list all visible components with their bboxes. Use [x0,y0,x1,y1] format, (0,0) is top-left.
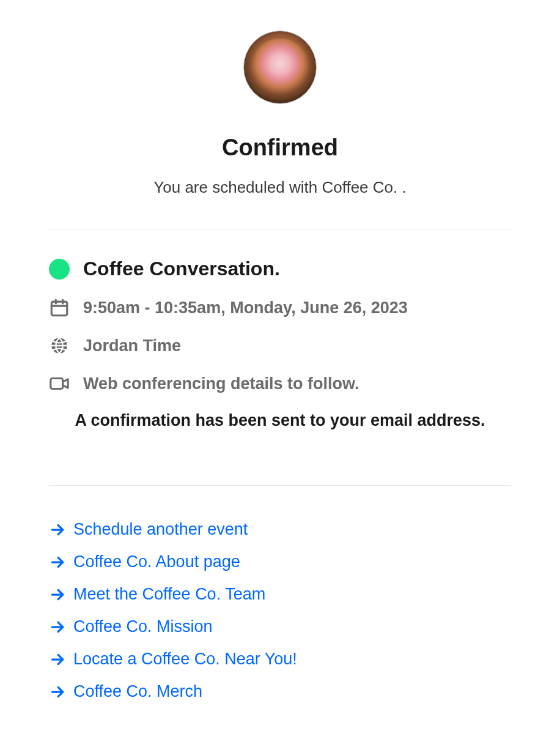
link-label: Coffee Co. Merch [73,682,202,701]
arrow-right-icon [49,651,66,668]
link-meet-team[interactable]: Meet the Coffee Co. Team [49,585,511,604]
video-icon [49,373,70,394]
event-color-dot [49,259,70,280]
link-label: Meet the Coffee Co. Team [73,585,265,604]
link-label: Locate a Coffee Co. Near You! [73,650,297,669]
link-mission[interactable]: Coffee Co. Mission [49,617,511,636]
event-timezone: Jordan Time [83,336,181,355]
arrow-right-icon [49,521,66,538]
event-location-row: Web conferencing details to follow. [49,373,511,394]
arrow-right-icon [49,554,66,571]
event-datetime: 9:50am - 10:35am, Monday, June 26, 2023 [83,299,408,317]
link-label: Schedule another event [73,520,248,539]
event-name-row: Coffee Conversation. [49,258,511,280]
event-location: Web conferencing details to follow. [83,374,359,393]
event-name: Coffee Conversation. [83,258,280,280]
arrow-right-icon [49,683,66,700]
link-locate[interactable]: Locate a Coffee Co. Near You! [49,650,511,669]
svg-rect-0 [51,302,67,316]
confirmation-message: A confirmation has been sent to your ema… [49,411,511,430]
link-label: Coffee Co. About page [73,552,240,571]
event-datetime-row: 9:50am - 10:35am, Monday, June 26, 2023 [49,297,511,318]
calendar-icon [49,297,70,318]
link-schedule-another[interactable]: Schedule another event [49,520,511,539]
arrow-right-icon [49,586,66,603]
link-label: Coffee Co. Mission [73,617,213,636]
page-subtitle: You are scheduled with Coffee Co. . [49,178,511,197]
page-title: Confirmed [49,135,511,161]
links-section: Schedule another event Coffee Co. About … [49,486,511,701]
arrow-right-icon [49,618,66,636]
host-avatar [243,31,317,104]
globe-icon [49,335,70,356]
avatar-container [49,31,511,104]
link-merch[interactable]: Coffee Co. Merch [49,682,511,701]
link-about-page[interactable]: Coffee Co. About page [49,552,511,571]
event-timezone-row: Jordan Time [49,335,511,356]
svg-rect-6 [51,379,63,389]
event-details: Coffee Conversation. 9:50am - 10:35am, M… [49,229,511,485]
